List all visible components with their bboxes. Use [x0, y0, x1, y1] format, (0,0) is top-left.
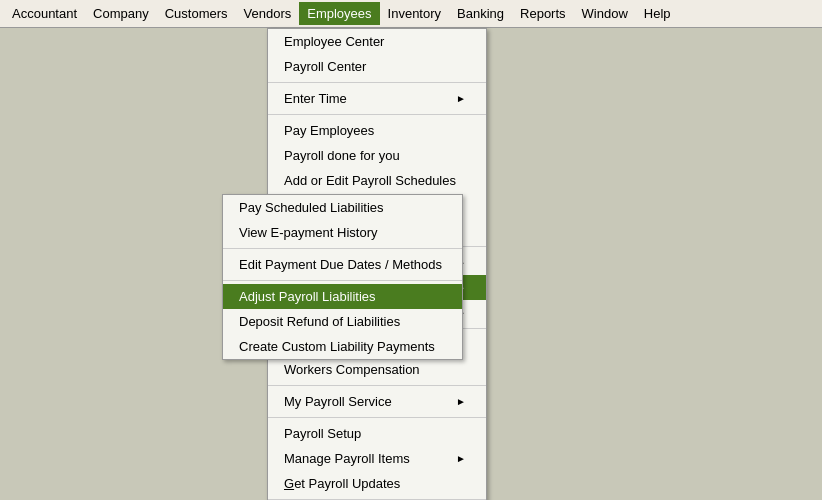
menu-workers-comp[interactable]: Workers Compensation [268, 357, 486, 382]
submenu-arrow-manage-payroll: ► [456, 453, 466, 464]
separator-1 [268, 82, 486, 83]
submenu-separator-1 [223, 248, 462, 249]
submenu-create-custom[interactable]: Create Custom Liability Payments [223, 334, 462, 359]
menubar-item-window[interactable]: Window [574, 2, 636, 25]
menubar-item-banking[interactable]: Banking [449, 2, 512, 25]
submenu-edit-payment[interactable]: Edit Payment Due Dates / Methods [223, 252, 462, 277]
submenu-view-epayment[interactable]: View E-payment History [223, 220, 462, 245]
separator-2 [268, 114, 486, 115]
submenu-separator-2 [223, 280, 462, 281]
separator-5 [268, 385, 486, 386]
menubar-item-reports[interactable]: Reports [512, 2, 574, 25]
menubar-item-help[interactable]: Help [636, 2, 679, 25]
submenu-pay-scheduled[interactable]: Pay Scheduled Liabilities [223, 195, 462, 220]
menubar: Accountant Company Customers Vendors Emp… [0, 0, 822, 28]
submenu-deposit-refund[interactable]: Deposit Refund of Liabilities [223, 309, 462, 334]
menu-get-payroll-updates[interactable]: Get Payroll Updates [268, 471, 486, 496]
menu-my-payroll-service[interactable]: My Payroll Service ► [268, 389, 486, 414]
payroll-taxes-submenu: Pay Scheduled Liabilities View E-payment… [222, 194, 463, 360]
submenu-adjust-payroll[interactable]: Adjust Payroll Liabilities [223, 284, 462, 309]
menu-employee-center[interactable]: Employee Center [268, 29, 486, 54]
menubar-item-customers[interactable]: Customers [157, 2, 236, 25]
menu-add-edit-payroll[interactable]: Add or Edit Payroll Schedules [268, 168, 486, 193]
submenu-arrow-my-payroll: ► [456, 396, 466, 407]
menu-manage-payroll[interactable]: Manage Payroll Items ► [268, 446, 486, 471]
menubar-item-vendors[interactable]: Vendors [236, 2, 300, 25]
menubar-item-company[interactable]: Company [85, 2, 157, 25]
menubar-item-accountant[interactable]: Accountant [4, 2, 85, 25]
menu-payroll-setup[interactable]: Payroll Setup [268, 421, 486, 446]
menu-pay-employees[interactable]: Pay Employees [268, 118, 486, 143]
menubar-item-employees[interactable]: Employees [299, 2, 379, 25]
menu-enter-time[interactable]: Enter Time ► [268, 86, 486, 111]
submenu-arrow-enter-time: ► [456, 93, 466, 104]
menu-payroll-done[interactable]: Payroll done for you [268, 143, 486, 168]
menubar-item-inventory[interactable]: Inventory [380, 2, 449, 25]
separator-6 [268, 417, 486, 418]
menu-payroll-center[interactable]: Payroll Center [268, 54, 486, 79]
